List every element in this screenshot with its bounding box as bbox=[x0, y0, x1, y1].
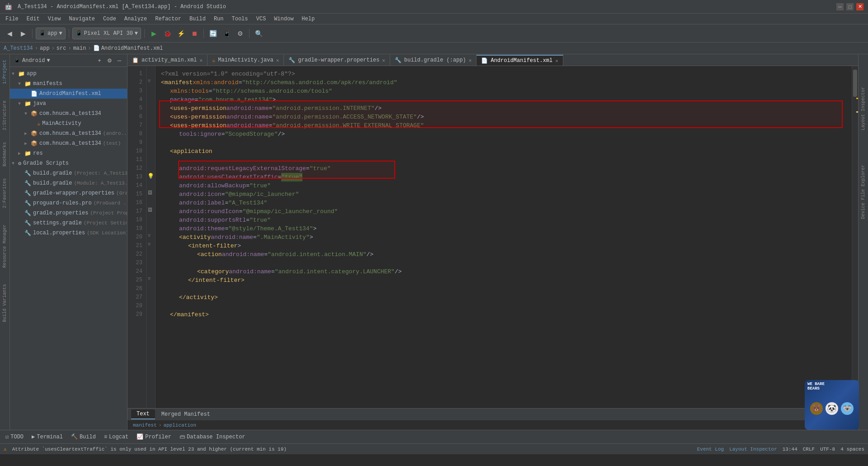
tree-item-proguard[interactable]: 🔧 proguard-rules.pro (ProGuard ... bbox=[10, 198, 127, 208]
tab-androidmanifest[interactable]: 📄 AndroidManifest.xml ✕ bbox=[476, 55, 563, 66]
forward-button[interactable]: ▶ bbox=[17, 28, 29, 39]
editor-panel: 📋 activity_main.xml ✕ ☕ MainActivity.jav… bbox=[127, 54, 858, 430]
panel-header-icons[interactable]: + ⚙ ─ bbox=[95, 57, 123, 65]
avd-button[interactable]: 📱 bbox=[221, 28, 232, 39]
breadcrumb-part-4[interactable]: main bbox=[73, 45, 86, 52]
quick-fix-bulb[interactable]: 💡 bbox=[147, 173, 154, 180]
profiler-button[interactable]: 📈 Profiler bbox=[133, 433, 175, 441]
menu-edit[interactable]: Edit bbox=[23, 15, 43, 23]
device-file-explorer-tab[interactable]: Device File Explorer bbox=[859, 161, 867, 223]
tab-merged-manifest[interactable]: Merged Manifest bbox=[156, 410, 216, 419]
search-everywhere-button[interactable]: 🔍 bbox=[253, 28, 264, 39]
tree-item-wrapper-props[interactable]: 🔧 gradle-wrapper.properties (Gra... bbox=[10, 188, 127, 198]
code-view[interactable]: <?xml version="1.0" encoding="utf-8"?> <… bbox=[156, 66, 852, 408]
charset-display[interactable]: UTF-8 bbox=[820, 447, 835, 452]
favorites-tab[interactable]: 2:Favorites bbox=[1, 175, 9, 212]
line-ending-display[interactable]: CRLF bbox=[803, 447, 815, 452]
code-gutter: ▽ ▽ ▽ ▽ 💡 🖼 🖼 bbox=[146, 66, 156, 408]
stop-button[interactable]: ⏹ bbox=[189, 28, 200, 39]
menu-vcs[interactable]: VCS bbox=[253, 15, 270, 23]
fold-marker-1[interactable]: ▽ bbox=[148, 78, 151, 84]
todo-button[interactable]: ☑ TODO bbox=[2, 433, 27, 441]
fold-marker-21[interactable]: ▽ bbox=[148, 242, 151, 247]
tree-item-androidmanifest[interactable]: 📄 AndroidManifest.xml bbox=[10, 89, 127, 99]
close-button[interactable]: ✕ bbox=[856, 3, 863, 10]
editor-breadcrumb-manifest[interactable]: manifest bbox=[133, 423, 157, 428]
proguard-label: proguard-rules.pro bbox=[33, 200, 92, 206]
indent-display[interactable]: 4 spaces bbox=[840, 447, 864, 452]
tab-activity-main[interactable]: 📋 activity_main.xml ✕ bbox=[127, 55, 208, 66]
tree-item-package3[interactable]: ▶ 📦 com.hnucm.a_test134 (test) bbox=[10, 138, 127, 148]
fold-marker-25[interactable]: ▽ bbox=[148, 276, 151, 281]
build-variants-tab[interactable]: Build Variants bbox=[1, 281, 9, 326]
menu-view[interactable]: View bbox=[44, 15, 65, 23]
bookmarks-tab[interactable]: Bookmarks bbox=[1, 138, 9, 170]
menu-file[interactable]: File bbox=[2, 15, 22, 23]
breadcrumb-part-3[interactable]: src bbox=[57, 45, 66, 52]
tab-gradle-wrapper-close[interactable]: ✕ bbox=[382, 57, 385, 63]
code-line-13: android:usesCleartextTraffic="true" bbox=[161, 173, 846, 181]
tree-item-buildgradle-module[interactable]: 🔧 build.gradle (Module: A_Test13... bbox=[10, 178, 127, 188]
tab-androidmanifest-close[interactable]: ✕ bbox=[555, 58, 558, 64]
menu-analyze[interactable]: Analyze bbox=[121, 15, 151, 23]
menu-code[interactable]: Code bbox=[99, 15, 120, 23]
panel-settings-button[interactable]: ⚙ bbox=[105, 57, 113, 65]
tree-item-gradle[interactable]: ▼ ⚙ Gradle Scripts bbox=[10, 158, 127, 168]
tree-item-manifests[interactable]: ▼ 📁 manifests bbox=[10, 79, 127, 89]
resource-manager-tab[interactable]: Resource Manager bbox=[1, 221, 9, 271]
menu-navigate[interactable]: Navigate bbox=[65, 15, 99, 23]
event-log-button[interactable]: Event Log bbox=[697, 447, 724, 452]
menu-run[interactable]: Run bbox=[210, 15, 227, 23]
layout-inspector-tab[interactable]: Layout Inspector bbox=[859, 83, 867, 134]
back-button[interactable]: ◀ bbox=[4, 28, 15, 39]
breadcrumb-part-2[interactable]: app bbox=[40, 45, 50, 52]
logcat-button[interactable]: ≡ Logcat bbox=[100, 433, 132, 441]
tree-item-mainactivity[interactable]: ☕ MainActivity bbox=[10, 119, 127, 128]
menu-build[interactable]: Build bbox=[186, 15, 209, 23]
tree-item-java[interactable]: ▼ 📁 java bbox=[10, 99, 127, 109]
tab-activity-main-close[interactable]: ✕ bbox=[199, 57, 203, 63]
tab-text[interactable]: Text bbox=[131, 409, 155, 419]
sync-button[interactable]: 🔄 bbox=[207, 28, 219, 39]
tree-item-buildgradle-project[interactable]: 🔧 build.gradle (Project: A_Test13... bbox=[10, 168, 127, 178]
tree-item-res[interactable]: ▶ 📁 res bbox=[10, 148, 127, 158]
layout-inspector-status-button[interactable]: Layout Inspector bbox=[729, 447, 777, 452]
profile-button[interactable]: ⚡ bbox=[175, 28, 187, 39]
tab-mainactivity[interactable]: ☕ MainActivity.java ✕ bbox=[208, 55, 284, 66]
terminal-button[interactable]: ▶ Terminal bbox=[28, 433, 66, 441]
android-dropdown-arrow[interactable]: ▼ bbox=[47, 57, 50, 64]
tree-item-local-props[interactable]: 🔧 local.properties (SDK Location) bbox=[10, 228, 127, 238]
breadcrumb-part-1[interactable]: A_Test134 bbox=[4, 45, 33, 52]
menu-tools[interactable]: Tools bbox=[228, 15, 252, 23]
maximize-button[interactable]: □ bbox=[846, 3, 854, 10]
tree-item-settings-gradle[interactable]: 🔧 settings.gradle (Project Setting... bbox=[10, 218, 127, 228]
menu-refactor[interactable]: Refactor bbox=[151, 15, 185, 23]
debug-button[interactable]: 🐞 bbox=[161, 28, 173, 39]
fold-marker-20[interactable]: ▽ bbox=[148, 233, 151, 238]
code-line-18: android:supportsRtl="true" bbox=[161, 216, 846, 224]
project-tab[interactable]: 1:Project bbox=[1, 56, 9, 88]
device-dropdown[interactable]: 📱 Pixel XL API 30 ▼ bbox=[72, 28, 141, 39]
tree-item-gradle-props[interactable]: 🔧 gradle.properties (Project Prop... bbox=[10, 208, 127, 218]
panel-add-button[interactable]: + bbox=[95, 57, 104, 65]
title-bar-controls[interactable]: ─ □ ✕ bbox=[836, 3, 863, 10]
editor-scrollbar[interactable] bbox=[852, 66, 858, 408]
app-dropdown[interactable]: 📱 app ▼ bbox=[36, 28, 66, 39]
structure-tab[interactable]: 2:Structure bbox=[1, 97, 9, 134]
tab-buildgradle-app[interactable]: 🔧 build.gradle (:app) ✕ bbox=[390, 55, 476, 66]
menu-help[interactable]: Help bbox=[298, 15, 318, 23]
sdk-button[interactable]: ⚙ bbox=[234, 28, 246, 39]
tree-item-app[interactable]: ▼ 📁 app bbox=[10, 69, 127, 79]
database-inspector-button[interactable]: 🗃 Database Inspector bbox=[176, 433, 249, 441]
tab-gradle-wrapper[interactable]: 🔧 gradle-wrapper.properties ✕ bbox=[284, 55, 390, 66]
minimize-button[interactable]: ─ bbox=[836, 3, 844, 10]
tab-mainactivity-close[interactable]: ✕ bbox=[276, 57, 279, 63]
tree-item-package2[interactable]: ▶ 📦 com.hnucm.a_test134 (andro... bbox=[10, 128, 127, 138]
tab-buildgradle-app-close[interactable]: ✕ bbox=[469, 57, 472, 63]
run-button[interactable]: ▶ bbox=[148, 28, 160, 39]
build-button[interactable]: 🔨 Build bbox=[67, 433, 99, 441]
tree-item-package1[interactable]: ▼ 📦 com.hnucm.a_test134 bbox=[10, 109, 127, 119]
panel-minimize-button[interactable]: ─ bbox=[115, 57, 123, 65]
editor-breadcrumb-application[interactable]: application bbox=[163, 423, 196, 428]
menu-window[interactable]: Window bbox=[270, 15, 297, 23]
